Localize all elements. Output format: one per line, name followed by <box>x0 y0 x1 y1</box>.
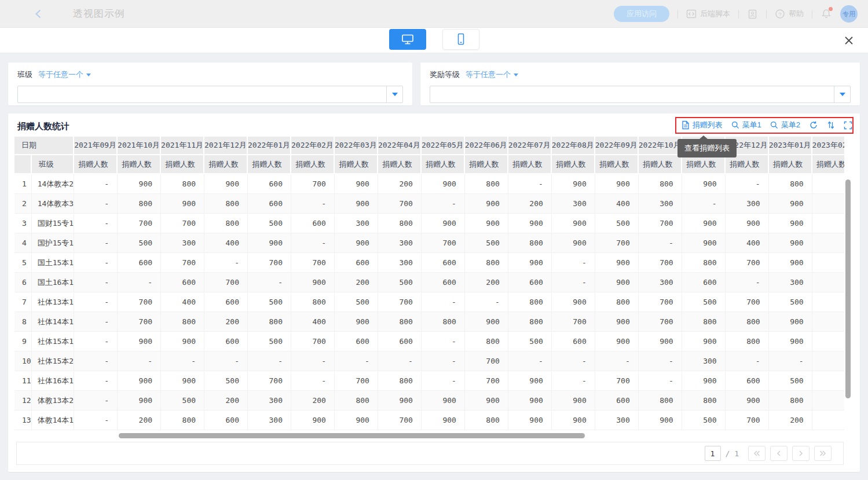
app-access-button[interactable]: 应用访问 <box>614 6 669 22</box>
value-cell: 800 <box>465 411 508 430</box>
value-cell: 900 <box>335 194 378 214</box>
value-cell: - <box>74 391 118 411</box>
value-cell: - <box>74 214 118 233</box>
value-cell: 800 <box>508 292 552 312</box>
value-cell: - <box>74 194 118 214</box>
value-cell <box>812 332 844 351</box>
value-cell: 900 <box>465 391 508 411</box>
select-arrow-zone[interactable] <box>386 86 402 102</box>
value-cell: 800 <box>161 411 204 430</box>
value-cell: 800 <box>161 312 204 332</box>
value-cell: 900 <box>508 253 552 273</box>
avatar[interactable]: 专用 <box>840 5 858 23</box>
value-cell: 700 <box>595 233 639 253</box>
class-name-cell: 国土15本1 <box>32 253 74 273</box>
value-cell: - <box>118 273 161 292</box>
value-cell: 900 <box>118 371 161 391</box>
last-page-button[interactable] <box>814 446 832 461</box>
value-cell: - <box>74 312 118 332</box>
value-cell: 900 <box>204 174 248 194</box>
value-cell: 700 <box>118 292 161 312</box>
value-cell: 600 <box>161 273 204 292</box>
menu2-button[interactable]: 菜单2 <box>770 120 800 130</box>
next-page-button[interactable] <box>792 446 810 461</box>
value-cell: 900 <box>422 174 465 194</box>
value-cell: 500 <box>248 214 291 233</box>
close-preview-button[interactable] <box>843 34 855 47</box>
value-cell: 800 <box>639 391 682 411</box>
value-cell: 900 <box>639 411 682 430</box>
filter-card-class: 班级 等于任意一个 <box>8 63 412 105</box>
desktop-view-button[interactable] <box>389 29 426 50</box>
backend-script-button[interactable]: 后端脚本 <box>686 9 730 19</box>
select-arrow-zone[interactable] <box>834 86 850 102</box>
value-cell: 900 <box>291 273 335 292</box>
vertical-scrollbar[interactable] <box>845 179 851 398</box>
table-row: 214体教本3-800900800600-900700-900200300400… <box>14 194 844 214</box>
divider <box>766 10 767 19</box>
value-cell: - <box>118 351 161 371</box>
horizontal-scrollbar[interactable] <box>119 433 585 438</box>
value-cell: 600 <box>682 273 726 292</box>
value-cell: 800 <box>422 312 465 332</box>
value-cell: 900 <box>552 292 595 312</box>
mobile-view-button[interactable] <box>442 29 479 50</box>
value-cell: - <box>552 351 595 371</box>
class-name-cell: 14体教本2 <box>32 174 74 194</box>
class-select-input[interactable] <box>17 86 403 103</box>
notifications-button[interactable] <box>821 8 832 20</box>
value-cell: 200 <box>291 391 335 411</box>
filter-condition-dropdown[interactable]: 等于任意一个 <box>466 69 518 80</box>
value-cell: 500 <box>248 332 291 351</box>
value-cell: 900 <box>552 233 595 253</box>
value-cell: 600 <box>508 273 552 292</box>
value-cell: 800 <box>291 292 335 312</box>
prev-page-button[interactable] <box>770 446 788 461</box>
mobile-icon <box>456 33 466 46</box>
help-button[interactable]: ? 帮助 <box>775 9 804 19</box>
value-cell: - <box>291 194 335 214</box>
desktop-icon <box>401 34 414 45</box>
sort-button[interactable] <box>827 120 835 130</box>
value-cell <box>812 174 844 194</box>
value-cell: 800 <box>248 312 291 332</box>
value-cell: - <box>639 371 682 391</box>
value-cell: 700 <box>639 253 682 273</box>
measure-header: 捐赠人数 <box>161 155 204 174</box>
menu1-button[interactable]: 菜单1 <box>731 120 761 130</box>
value-cell: 500 <box>769 292 812 312</box>
value-cell: 600 <box>118 253 161 273</box>
month-header: 2022年10月 <box>639 137 682 155</box>
chevron-down-icon <box>514 74 518 76</box>
table-row: 9社体15本1-900900600500700600600-8005006009… <box>14 332 844 351</box>
fullscreen-button[interactable] <box>844 121 852 130</box>
back-button[interactable] <box>34 9 44 19</box>
value-cell: 900 <box>161 371 204 391</box>
divider <box>738 10 739 19</box>
value-cell: 500 <box>595 214 639 233</box>
value-cell: 300 <box>378 233 422 253</box>
value-cell <box>812 351 844 371</box>
value-cell: 700 <box>378 411 422 430</box>
value-cell: 900 <box>291 411 335 430</box>
reward-level-select-input[interactable] <box>430 86 851 103</box>
table-row: 10社体15本2---------700----300-- <box>14 351 844 371</box>
value-cell: 900 <box>595 174 639 194</box>
value-cell: - <box>291 233 335 253</box>
value-cell: 300 <box>682 351 726 371</box>
refresh-button[interactable] <box>809 120 818 130</box>
first-page-button[interactable] <box>748 446 766 461</box>
value-cell: 900 <box>335 233 378 253</box>
value-cell: - <box>422 371 465 391</box>
value-cell: 900 <box>552 214 595 233</box>
value-cell: - <box>422 332 465 351</box>
value-cell: 500 <box>118 233 161 253</box>
page-number-input[interactable] <box>705 446 721 461</box>
donation-list-button[interactable]: 捐赠列表 <box>682 120 723 130</box>
value-cell: 900 <box>726 391 769 411</box>
value-cell: - <box>726 273 769 292</box>
user-card-button[interactable] <box>747 9 758 20</box>
filter-condition-dropdown[interactable]: 等于任意一个 <box>38 69 91 80</box>
value-cell: - <box>639 351 682 371</box>
value-cell: 700 <box>465 351 508 371</box>
